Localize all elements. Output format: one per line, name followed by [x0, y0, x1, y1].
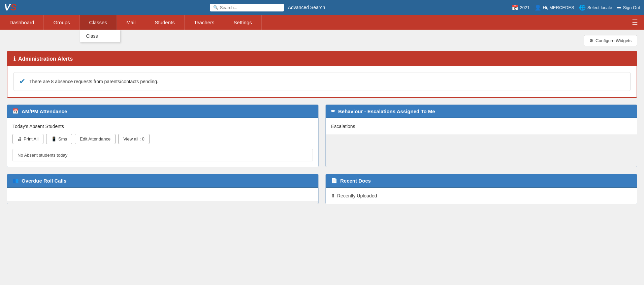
overdue-widget-body: [7, 188, 318, 201]
print-icon: 🖨: [18, 136, 22, 141]
advanced-search-button[interactable]: Advanced Search: [288, 5, 325, 10]
doc-icon: 📄: [331, 178, 337, 184]
print-all-label: Print All: [24, 136, 38, 141]
attendance-widget-header: 📅 AM/PM Attendance: [7, 105, 318, 118]
hamburger-menu[interactable]: ☰: [626, 15, 644, 30]
recent-docs-widget-body: ⬆ Recently Uploaded: [326, 188, 637, 204]
view-all-label: View all : 0: [123, 136, 144, 141]
admin-alerts-body: ✔ There are 8 absence requests from pare…: [7, 66, 637, 97]
classes-dropdown-item-class[interactable]: Class: [80, 30, 120, 42]
logo-v: V: [4, 2, 10, 12]
sign-out-item[interactable]: ➡ Sign Out: [617, 4, 640, 11]
overdue-widget-header: 👥 Overdue Roll Calls: [7, 174, 318, 188]
nav-item-groups[interactable]: Groups: [44, 15, 79, 30]
top-bar: VS 🔍 Advanced Search 📅 2021 👤 Hi, MERCED…: [0, 0, 644, 15]
alert-text: There are 8 absence requests from parent…: [29, 79, 158, 84]
search-icon: 🔍: [213, 5, 218, 10]
search-input[interactable]: [220, 5, 281, 10]
locale-icon: 🌐: [579, 4, 586, 11]
group-icon: 👥: [12, 178, 19, 184]
sign-out-icon: ➡: [617, 4, 621, 11]
calendar-icon: 📅: [512, 4, 518, 11]
user-greeting: Hi, MERCEDES: [543, 5, 574, 10]
recent-docs-widget-title: Recent Docs: [340, 178, 371, 184]
year-item[interactable]: 📅 2021: [512, 4, 530, 11]
nav-item-dashboard[interactable]: Dashboard: [0, 15, 44, 30]
main-content: ⚙ Configure Widgets ℹ Administration Ale…: [0, 30, 644, 210]
year-label: 2021: [520, 5, 530, 10]
recently-uploaded-label: Recently Uploaded: [337, 193, 377, 198]
classes-dropdown: Class: [80, 30, 120, 42]
edit-attendance-label: Edit Attendance: [80, 136, 110, 141]
recent-docs-widget: 📄 Recent Docs ⬆ Recently Uploaded: [325, 174, 637, 204]
alert-item: ✔ There are 8 absence requests from pare…: [13, 72, 631, 91]
admin-alerts-section: ℹ Administration Alerts ✔ There are 8 ab…: [7, 51, 637, 98]
admin-alerts-title: Administration Alerts: [18, 56, 73, 62]
attendance-widget-title: AM/PM Attendance: [22, 108, 67, 114]
view-all-button[interactable]: View all : 0: [118, 134, 150, 144]
logo-s: S: [10, 2, 17, 12]
recent-docs-widget-header: 📄 Recent Docs: [326, 174, 637, 188]
overdue-widget-title: Overdue Roll Calls: [22, 178, 66, 184]
search-input-wrap: 🔍: [210, 4, 284, 11]
select-locale-item[interactable]: 🌐 Select locale: [579, 4, 612, 11]
info-icon: ℹ: [13, 56, 15, 62]
nav-classes-wrap: Classes Class: [80, 15, 117, 30]
select-locale-label: Select locale: [587, 5, 612, 10]
nav-item-settings[interactable]: Settings: [224, 15, 262, 30]
recently-uploaded-row: ⬆ Recently Uploaded: [331, 193, 632, 198]
user-item[interactable]: 👤 Hi, MERCEDES: [535, 4, 574, 11]
edit-attendance-button[interactable]: Edit Attendance: [75, 134, 116, 144]
search-container: 🔍 Advanced Search: [23, 4, 511, 11]
logo: VS: [4, 2, 17, 13]
nav-item-mail[interactable]: Mail: [117, 15, 146, 30]
sms-icon: 📱: [51, 136, 57, 141]
nav-item-students[interactable]: Students: [145, 15, 184, 30]
behaviour-widget-body: Escalations: [326, 118, 637, 134]
sms-button[interactable]: 📱 Sms: [46, 134, 72, 144]
widget-grid: 📅 AM/PM Attendance Today's Absent Studen…: [7, 104, 637, 204]
check-circle-icon: ✔: [19, 77, 25, 86]
gear-icon: ⚙: [589, 38, 593, 43]
user-icon: 👤: [535, 4, 541, 11]
top-right: 📅 2021 👤 Hi, MERCEDES 🌐 Select locale ➡ …: [512, 4, 640, 11]
admin-alerts-header: ℹ Administration Alerts: [7, 52, 637, 66]
attendance-btn-row: 🖨 Print All 📱 Sms Edit Attendance View a…: [12, 134, 313, 144]
attendance-widget: 📅 AM/PM Attendance Today's Absent Studen…: [7, 104, 319, 167]
edit-widget-icon: ✏: [331, 108, 335, 114]
print-all-button[interactable]: 🖨 Print All: [12, 134, 43, 144]
behaviour-widget: ✏ Behaviour - Escalations Assigned To Me…: [325, 104, 637, 167]
nav-item-classes[interactable]: Classes: [80, 15, 117, 30]
no-absent-label: No Absent students today: [12, 149, 313, 161]
nav-item-teachers[interactable]: Teachers: [185, 15, 224, 30]
configure-widgets-button[interactable]: ⚙ Configure Widgets: [584, 35, 637, 46]
sign-out-label: Sign Out: [623, 5, 640, 10]
attendance-widget-body: Today's Absent Students 🖨 Print All 📱 Sm…: [7, 118, 318, 167]
behaviour-widget-header: ✏ Behaviour - Escalations Assigned To Me: [326, 105, 637, 118]
upload-icon: ⬆: [331, 193, 335, 198]
absent-title: Today's Absent Students: [12, 124, 313, 129]
nav-bar: Dashboard Groups Classes Class Mail Stud…: [0, 15, 644, 30]
escalations-label: Escalations: [331, 124, 632, 129]
overdue-widget: 👥 Overdue Roll Calls: [7, 174, 319, 204]
calendar-widget-icon: 📅: [12, 108, 19, 114]
configure-widgets-label: Configure Widgets: [595, 38, 632, 43]
behaviour-widget-title: Behaviour - Escalations Assigned To Me: [338, 108, 435, 114]
sms-label: Sms: [58, 136, 67, 141]
